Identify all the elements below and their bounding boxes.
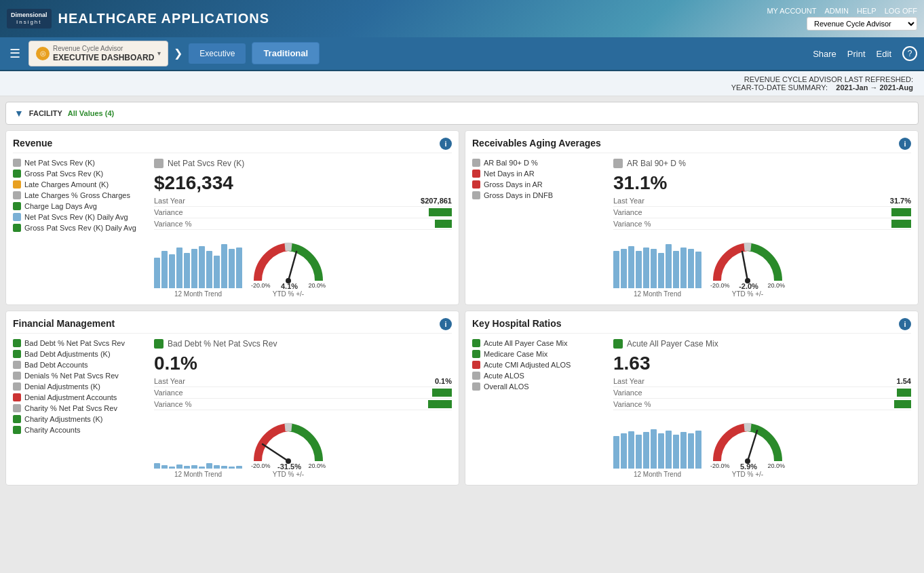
admin-link[interactable]: ADMIN [825, 7, 849, 15]
receivables-charts-row: 12 Month Trend -20.0% [613, 237, 911, 298]
bar [206, 463, 212, 469]
svg-line-4 [263, 444, 288, 461]
revenue-gauge-container: -20.0% 4.1% 20.0% YTD % +/- [248, 237, 329, 298]
gauge-center-val: -31.5% [277, 462, 301, 471]
svg-line-2 [742, 252, 748, 281]
legend-item: Bad Debt Adjustments (K) [13, 350, 149, 358]
gauge-center-val: 4.1% [281, 282, 298, 290]
filter-value[interactable]: All Values (4) [68, 109, 114, 117]
bar [695, 431, 701, 469]
revenue-metric-header: Net Pat Svcs Rev (K) [154, 159, 452, 168]
revenue-stats: Last Year$207,861 Variance$8,473 Varianc… [154, 197, 452, 230]
hospital-chart-label: 12 Month Trend [634, 471, 681, 478]
bar [191, 249, 197, 288]
traditional-button[interactable]: Traditional [252, 42, 320, 64]
bar [673, 251, 679, 288]
bar [658, 433, 664, 469]
main-content: Revenue i Net Pat Svcs Rev (K) Gross Pat… [0, 130, 924, 491]
bar [651, 249, 657, 288]
gauge-min: -20.0% [710, 282, 730, 290]
refresh-bar: REVENUE CYCLE ADVISOR LAST REFRESHED: YE… [0, 71, 924, 96]
receivables-metric-value: 31.1% [613, 174, 911, 193]
gauge-max: 20.0% [308, 462, 326, 471]
legend-item: Gross Pat Svcs Rev (K) [13, 170, 149, 178]
legend-item: Acute ALOS [472, 372, 608, 380]
hospital-card-inner: Acute All Payer Case Mix Medicare Case M… [472, 339, 911, 478]
revenue-metric-area: Net Pat Svcs Rev (K) $216,334 Last Year$… [154, 159, 452, 298]
bar [628, 431, 634, 469]
bar [621, 433, 627, 469]
hospital-metric-value: 1.63 [613, 354, 911, 373]
top-header: Dimensional Insight Healthcare Applicati… [0, 0, 924, 37]
hospital-gauge-svg [707, 417, 788, 468]
legend-item: Gross Pat Svcs Rev (K) Daily Avg [13, 224, 149, 232]
dropdown-arrow-icon: ▾ [157, 50, 161, 57]
receivables-card-inner: AR Bal 90+ D % Net Days in AR Gross Days… [472, 159, 911, 298]
breadcrumb-text: Revenue Cycle Advisor EXECUTIVE DASHBOAR… [53, 45, 154, 62]
bar [221, 466, 227, 469]
financial-info-icon[interactable]: i [440, 318, 452, 330]
bar [206, 251, 212, 288]
financial-stats: Last Year0.1% Variance-0.0% Variance %-3… [154, 377, 452, 410]
second-header-right: Share Print Edit ? [813, 46, 917, 61]
legend-item: Bad Debt % Net Pat Svcs Rev [13, 339, 149, 347]
executive-button[interactable]: Executive [188, 43, 246, 64]
receivables-bar-chart [613, 241, 701, 288]
help-circle-icon[interactable]: ? [902, 46, 917, 61]
receivables-card: Receivables Aging Averages i AR Bal 90+ … [465, 130, 919, 305]
share-link[interactable]: Share [813, 49, 836, 59]
bar [688, 433, 694, 469]
revenue-info-icon[interactable]: i [440, 138, 452, 150]
legend-item: Charity Adjustments (K) [13, 415, 149, 423]
legend-item: Medicare Case Mix [472, 350, 608, 358]
revenue-metric-value: $216,334 [154, 174, 452, 193]
bar [680, 248, 687, 288]
legend-item: Denial Adjustment Accounts [13, 393, 149, 401]
financial-metric-value: 0.1% [154, 354, 452, 373]
receivables-bar-chart-container: 12 Month Trend [613, 241, 701, 298]
hospital-info-icon[interactable]: i [899, 318, 911, 330]
chevron-right-icon: ❯ [174, 47, 182, 60]
bar [636, 251, 642, 288]
bar [161, 251, 168, 288]
bar [673, 435, 679, 469]
help-link[interactable]: HELP [857, 7, 877, 15]
hospital-legend: Acute All Payer Case Mix Medicare Case M… [472, 339, 608, 478]
hospital-metric-area: Acute All Payer Case Mix 1.63 Last Year1… [613, 339, 911, 478]
bar [621, 249, 627, 288]
bar [236, 466, 242, 469]
legend-item: Denials % Net Pat Svcs Rev [13, 372, 149, 380]
breadcrumb-button[interactable]: ◎ Revenue Cycle Advisor EXECUTIVE DASHBO… [28, 41, 168, 66]
bar [161, 465, 168, 469]
bar [666, 431, 672, 469]
edit-link[interactable]: Edit [877, 49, 891, 59]
bar [229, 249, 235, 288]
revenue-metric-title: Net Pat Svcs Rev (K) [168, 159, 244, 168]
revenue-bar-chart [154, 241, 242, 288]
my-account-link[interactable]: MY ACCOUNT [767, 7, 816, 15]
print-link[interactable]: Print [847, 49, 866, 59]
hamburger-icon[interactable]: ☰ [7, 43, 23, 64]
revenue-legend: Net Pat Svcs Rev (K) Gross Pat Svcs Rev … [13, 159, 149, 298]
receivables-info-icon[interactable]: i [899, 138, 911, 150]
top-header-right: MY ACCOUNT ADMIN HELP LOG OFF Revenue Cy… [767, 7, 917, 31]
hospital-card: Key Hospital Ratios i Acute All Payer Ca… [465, 311, 919, 486]
legend-item: Late Charges Amount (K) [13, 180, 149, 189]
second-header-left: ☰ ◎ Revenue Cycle Advisor EXECUTIVE DASH… [7, 41, 320, 66]
bar [184, 466, 190, 469]
bar [191, 465, 197, 469]
logoff-link[interactable]: LOG OFF [885, 7, 917, 15]
filter-label: FACILITY [29, 109, 62, 117]
logo-line2: Insight [11, 19, 47, 26]
gauge-center-val: 5.9% [740, 462, 757, 471]
legend-item: Acute CMI Adjusted ALOS [472, 361, 608, 369]
hospital-bar-chart-container: 12 Month Trend [613, 421, 701, 478]
revenue-card-title: Revenue [13, 138, 452, 153]
bar [221, 244, 227, 288]
legend-item: Late Charges % Gross Charges [13, 191, 149, 199]
gauge-min: -20.0% [710, 462, 730, 471]
app-dropdown[interactable]: Revenue Cycle Advisor [807, 17, 917, 31]
bar [613, 251, 619, 288]
bar [688, 249, 694, 288]
legend-item: Net Days in AR [472, 170, 608, 178]
